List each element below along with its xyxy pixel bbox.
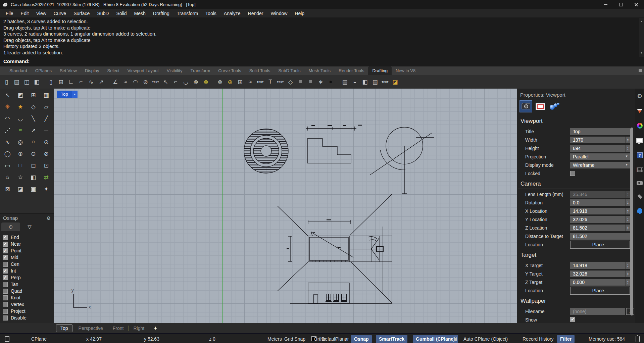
property-field-filename[interactable]: (none): [570, 308, 625, 315]
osnap-checkbox-int[interactable]: [3, 268, 8, 274]
square-dot-icon[interactable]: ◪: [15, 184, 26, 194]
text-properties-icon[interactable]: TEXT: [256, 77, 265, 87]
grid-settings-icon[interactable]: [637, 167, 643, 172]
ellipse-tool-icon[interactable]: ⊖: [28, 149, 39, 158]
hatch-pattern-icon[interactable]: ⊚: [201, 77, 210, 87]
select-pointer-icon[interactable]: ↖: [2, 90, 13, 100]
print-display-icon[interactable]: ▤: [340, 77, 349, 87]
save-file-icon[interactable]: ◫: [22, 77, 31, 87]
dim-angle-icon[interactable]: ∠: [111, 77, 120, 87]
blend-curve-icon[interactable]: ◠: [2, 114, 13, 123]
education-icon[interactable]: [637, 194, 642, 199]
ortho-toggle[interactable]: Ortho: [311, 335, 329, 343]
osnap-checkbox-quad[interactable]: [3, 289, 8, 294]
menu-subd[interactable]: SubD: [93, 10, 112, 17]
property-field-z-location[interactable]: 81.502: [570, 225, 625, 231]
spinner-x-target[interactable]: ▲▼: [625, 262, 630, 269]
spinner-z-location[interactable]: ▲▼: [625, 225, 630, 231]
viewport-tab-front[interactable]: Front: [109, 325, 128, 332]
menu-render[interactable]: Render: [244, 10, 267, 17]
shear-tool-icon[interactable]: ▱: [41, 102, 52, 111]
viewport-camera-tab[interactable]: [520, 101, 532, 112]
osnap-checkbox-cen[interactable]: [3, 262, 8, 267]
close-button[interactable]: [629, 0, 644, 9]
spinner-down-icon[interactable]: ▼: [627, 265, 629, 267]
property-field-title[interactable]: Top: [570, 128, 630, 135]
annotation-list-icon[interactable]: ≡: [296, 77, 305, 87]
new-file-icon[interactable]: ▯: [2, 77, 11, 87]
property-field-y-location[interactable]: 32.026: [570, 216, 625, 223]
page-layout-icon[interactable]: ▯: [46, 77, 55, 87]
spinner-x-location[interactable]: ▲▼: [625, 208, 630, 214]
display-monitor-icon[interactable]: [636, 138, 643, 143]
point-cloud-icon[interactable]: ⋰: [2, 126, 13, 135]
filter-toggle-label[interactable]: Filter: [557, 335, 575, 343]
picture-frame-icon[interactable]: ⊡: [41, 161, 52, 170]
text-align-icon[interactable]: TEXT: [276, 77, 285, 87]
circle-center-icon[interactable]: ⊙: [41, 137, 52, 147]
osnap-gear-icon[interactable]: ⚙: [46, 215, 51, 221]
display-mode-tab[interactable]: [534, 101, 546, 112]
extend-curve-icon[interactable]: ↗: [28, 126, 39, 135]
property-dropdown-display-mode[interactable]: Wireframe▾: [570, 162, 630, 168]
toolbar-tab-mesh-tools[interactable]: Mesh Tools: [305, 66, 335, 75]
battery-icon[interactable]: [636, 336, 640, 342]
osnap-checkbox-near[interactable]: [3, 242, 8, 247]
rectangle-tool-icon[interactable]: ▭: [2, 161, 13, 170]
color-wheel-icon[interactable]: [637, 123, 643, 129]
rectangle-3pt-icon[interactable]: □: [15, 161, 26, 170]
place-button[interactable]: Place...: [570, 241, 630, 249]
single-line-icon[interactable]: ─: [41, 126, 52, 135]
menu-analyze[interactable]: Analyze: [220, 10, 244, 17]
toolbar-tab-standard[interactable]: Standard: [5, 66, 31, 75]
toolbar-tab-render-tools[interactable]: Render Tools: [335, 66, 368, 75]
toolbar-tab-transform[interactable]: Transform: [186, 66, 214, 75]
lock-icon[interactable]: [454, 337, 457, 341]
osnap-checkbox-perp[interactable]: [3, 275, 8, 280]
viewport-top[interactable]: Top ▾ y x: [54, 89, 517, 323]
osnap-checkbox-mid[interactable]: [3, 255, 8, 260]
property-field-x-location[interactable]: 14.918: [570, 208, 625, 214]
dim-linear-icon[interactable]: ∟: [66, 77, 76, 87]
toolbar-tab-visibility[interactable]: Visibility: [163, 66, 187, 75]
spinner-down-icon[interactable]: ▼: [627, 274, 629, 276]
spinner-height[interactable]: ▲▼: [625, 145, 630, 152]
toolbar-tab-new-in-v8[interactable]: New in V8: [392, 66, 419, 75]
spinner-down-icon[interactable]: ▼: [627, 228, 629, 230]
viewport-tab-perspective[interactable]: Perspective: [75, 325, 107, 332]
explode-icon[interactable]: ✳: [2, 102, 13, 111]
dim-radial-icon[interactable]: ◠: [131, 77, 140, 87]
notes-panel-icon[interactable]: ▤: [370, 77, 380, 87]
notifications-bell-icon[interactable]: [637, 208, 642, 213]
spinner-down-icon[interactable]: ▼: [627, 211, 629, 213]
osnap-checkbox-vertex[interactable]: [3, 302, 8, 307]
osnap-checkbox-end[interactable]: [3, 235, 8, 240]
property-dropdown-projection[interactable]: Parallel▾: [570, 153, 630, 160]
star-tool-icon[interactable]: ✦: [41, 184, 52, 194]
circle-tangent-icon[interactable]: ⊕: [15, 149, 26, 158]
toolbar-tab-cplanes[interactable]: CPlanes: [31, 66, 56, 75]
property-field-rotation[interactable]: 0.0: [570, 199, 625, 206]
viewport-title-dropdown[interactable]: Top ▾: [57, 91, 78, 98]
smarttrack-toggle-label[interactable]: SmartTrack: [376, 335, 407, 343]
circle-tool-icon[interactable]: ○: [28, 137, 39, 147]
osnap-filter-tab[interactable]: ▽: [20, 223, 39, 231]
menu-surface[interactable]: Surface: [70, 10, 93, 17]
render-tools-icon[interactable]: ◒: [350, 77, 359, 87]
planar-toggle-label[interactable]: Planar: [332, 335, 352, 343]
toolbar-tab-set-view[interactable]: Set View: [56, 66, 81, 75]
layer-wedge-icon[interactable]: [637, 109, 642, 113]
viewport-dropdown-arrow-icon[interactable]: ▾: [72, 91, 78, 98]
spinner-y-location[interactable]: ▲▼: [625, 216, 630, 223]
import-file-icon[interactable]: ◧: [32, 77, 41, 87]
polygon-tool-icon[interactable]: ⌂: [2, 173, 13, 182]
rotate-tool-icon[interactable]: ◇: [28, 102, 39, 111]
spinner-y-target[interactable]: ▲▼: [625, 271, 630, 277]
interp-curve-icon[interactable]: ◎: [15, 137, 26, 147]
open-file-icon[interactable]: ▤: [12, 77, 21, 87]
move-control-point-icon[interactable]: ⊞: [28, 90, 39, 100]
dim-recenter-icon[interactable]: ∗: [316, 77, 325, 87]
fillet-curve-icon[interactable]: ◡: [15, 114, 26, 123]
cplane-tool-icon[interactable]: ▦: [41, 90, 52, 100]
osnap-checkbox-project[interactable]: [3, 309, 8, 314]
